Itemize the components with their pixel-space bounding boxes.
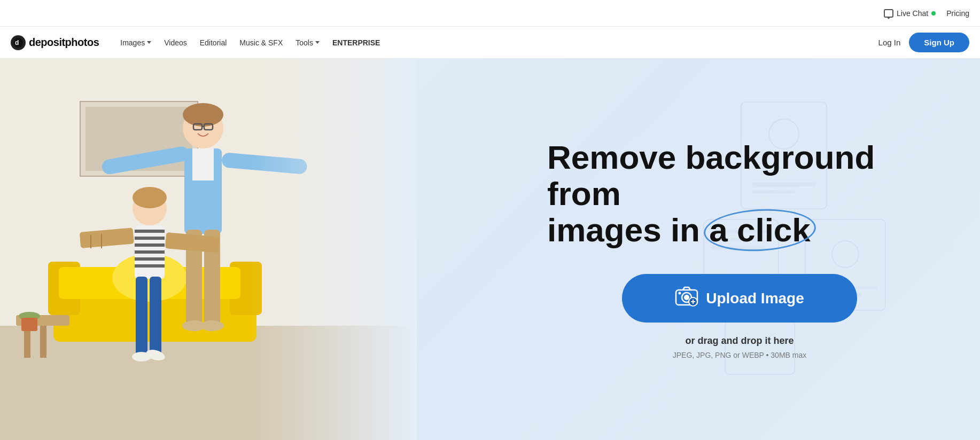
nav-music[interactable]: Music & SFX [239,38,283,47]
hero-section: Remove background from images in a click [0,59,980,440]
upload-image-button[interactable]: Upload Image [622,274,857,323]
svg-text:d: d [15,39,19,46]
hero-photo-scene [0,59,417,440]
main-nav-items: Images Videos Editorial Music & SFX Tool… [120,38,380,47]
images-chevron-icon [147,41,151,44]
logo-text: depositphotos [29,36,99,49]
live-chat-label: Live Chat [897,9,928,18]
signup-button[interactable]: Sign Up [909,33,969,52]
svg-point-65 [679,292,681,295]
nav-videos[interactable]: Videos [164,38,187,47]
upload-camera-icon [675,286,698,311]
nav-tools[interactable]: Tools [295,38,320,47]
hero-illustration [0,59,417,440]
top-bar: Live Chat Pricing [0,0,980,27]
nav-enterprise[interactable]: ENTERPRISE [332,38,380,47]
nav-images[interactable]: Images [120,38,151,47]
top-bar-right: Live Chat Pricing [884,9,969,18]
svg-point-64 [684,295,689,300]
main-nav: d depositphotos Images Videos Editorial … [0,27,980,59]
auth-buttons: Log In Sign Up [878,33,969,52]
upload-button-label: Upload Image [706,290,804,307]
drag-drop-text: or drag and drop it here [685,335,794,347]
hero-highlight: a click [709,212,811,248]
file-types-text: JPEG, JPG, PNG or WEBP • 30MB max [673,351,806,359]
tools-chevron-icon [315,41,320,44]
hero-content: Remove background from images in a click [499,59,980,440]
live-status-dot [931,11,936,15]
hero-title: Remove background from images in a click [547,139,932,249]
nav-editorial[interactable]: Editorial [200,38,227,47]
logo[interactable]: d depositphotos [11,35,99,50]
live-chat-button[interactable]: Live Chat [884,9,936,18]
login-button[interactable]: Log In [878,38,901,47]
chat-icon [884,9,893,18]
svg-rect-47 [0,59,417,440]
logo-icon: d [11,35,26,50]
pricing-link[interactable]: Pricing [946,9,969,18]
